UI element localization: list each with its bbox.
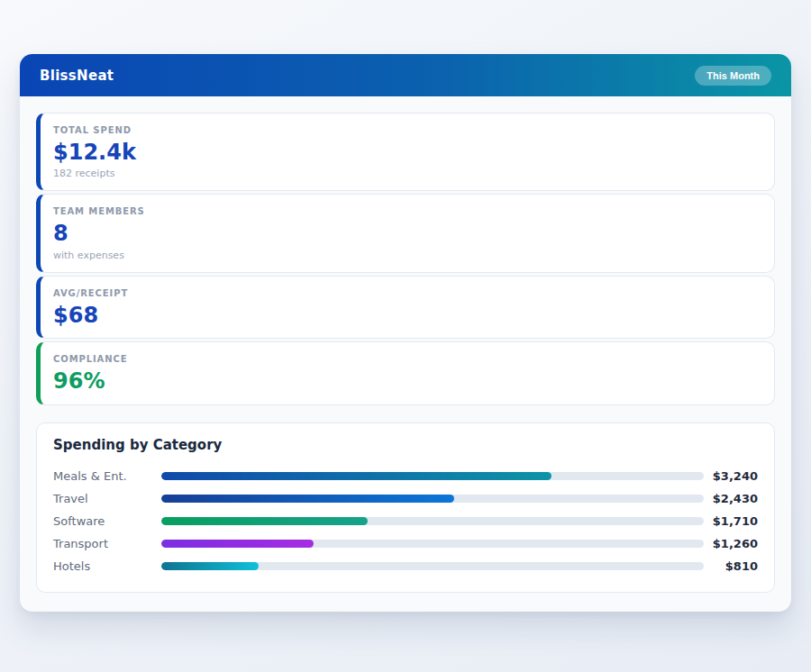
category-value: $2,430 [704,492,758,505]
dashboard-content: TOTAL SPEND $12.4k 182 receipts TEAM MEM… [20,96,791,612]
category-row: Software $1,710 [53,510,758,532]
stat-label: TOTAL SPEND [53,125,759,135]
category-value: $810 [704,559,758,573]
stat-label: AVG/RECEIPT [53,288,759,298]
category-label: Meals & Ent. [53,469,161,483]
category-label: Software [53,514,161,528]
app-header: BlissNeat This Month [20,54,791,96]
category-label: Hotels [53,559,161,573]
stat-card: COMPLIANCE 96% [36,341,775,404]
stat-value: 8 [53,222,759,245]
category-value: $1,260 [704,537,758,550]
category-bar-list: Meals & Ent. $3,240 Travel $2,430 Softwa… [53,465,758,577]
stat-label: TEAM MEMBERS [53,206,759,216]
category-label: Travel [53,492,161,505]
stat-value: $12.4k [53,141,759,164]
stat-label: COMPLIANCE [53,354,759,364]
stat-value: 96% [53,369,759,393]
category-bar-fill [161,472,551,480]
category-row: Transport $1,260 [53,532,758,555]
category-row: Hotels $810 [53,555,758,577]
stat-card: AVG/RECEIPT $68 [36,276,775,339]
category-value: $3,240 [704,469,758,483]
category-bar-track [161,495,704,503]
spending-panel-title: Spending by Category [53,437,758,453]
category-row: Meals & Ent. $3,240 [53,465,758,487]
category-bar-track [161,540,704,548]
category-label: Transport [53,537,161,550]
app-title: BlissNeat [40,68,114,84]
category-bar-track [161,472,704,480]
stat-card: TEAM MEMBERS 8 with expenses [36,194,775,272]
stat-sub: 182 receipts [53,168,759,179]
category-row: Travel $2,430 [53,487,758,510]
period-badge[interactable]: This Month [695,66,771,86]
stat-card: TOTAL SPEND $12.4k 182 receipts [36,113,775,191]
category-bar-fill [161,562,259,570]
stat-sub: with expenses [53,250,759,261]
stat-value: $68 [53,304,759,327]
category-bar-track [161,562,704,570]
stats-list: TOTAL SPEND $12.4k 182 receipts TEAM MEM… [36,113,775,405]
category-value: $1,710 [704,514,758,528]
category-bar-fill [161,540,314,548]
spending-panel: Spending by Category Meals & Ent. $3,240… [36,422,775,593]
category-bar-track [161,517,704,525]
dashboard-card: BlissNeat This Month TOTAL SPEND $12.4k … [20,54,791,612]
category-bar-fill [161,495,454,503]
category-bar-fill [161,517,368,525]
